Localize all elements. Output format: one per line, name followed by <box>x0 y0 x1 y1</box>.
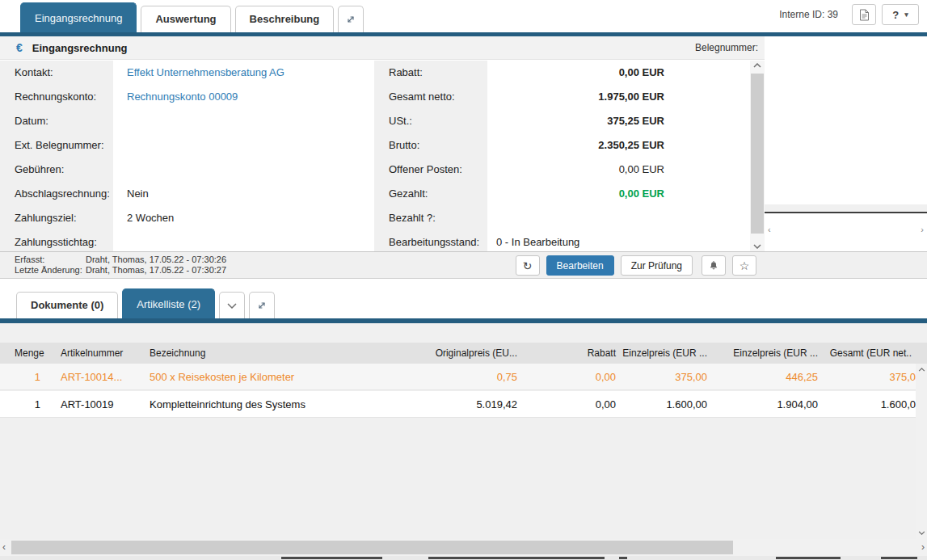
field-label: Ext. Belegnummer: <box>0 133 113 158</box>
lower-tab-bar: Dokumente (0) Artikelliste (2) <box>0 279 927 318</box>
field-label: Abschlagsrechnung: <box>0 182 113 206</box>
scrollbar-thumb[interactable] <box>751 74 764 234</box>
column-header-bezeichnung[interactable]: Bezeichnung <box>145 347 420 359</box>
form-values-right: 0,00 EUR 1.975,00 EUR 375,25 EUR 2.350,2… <box>487 61 750 255</box>
column-header-originalpreis[interactable]: Originalpreis (EU... <box>420 347 521 359</box>
bottom-horizontal-scrollbar[interactable]: ‹ › <box>0 539 927 556</box>
side-panel: ‹ › <box>765 36 927 251</box>
modified-value: Draht, Thomas, 17.05.22 - 07:30:27 <box>86 265 226 276</box>
tab-beschreibung[interactable]: Beschreibung <box>235 6 335 32</box>
form-vertical-scrollbar[interactable] <box>750 61 765 251</box>
column-header-artikelnummer[interactable]: Artikelnummer <box>50 347 145 359</box>
column-header-rabatt[interactable]: Rabatt <box>521 347 620 359</box>
expand-panel-button[interactable] <box>249 292 275 318</box>
side-panel-strip <box>765 204 927 212</box>
interne-id-label: Interne ID: 39 <box>779 9 838 20</box>
cell-originalpreis: 0,75 <box>420 371 521 383</box>
favorite-button[interactable]: ☆ <box>732 255 756 276</box>
section-header: € Eingangsrechnung Belegnummer: <box>0 36 765 60</box>
review-button[interactable]: Zur Prüfung <box>621 255 693 276</box>
document-button[interactable] <box>852 4 876 25</box>
ext-belegnummer-value <box>113 133 373 158</box>
scroll-up-arrow-icon[interactable] <box>916 368 927 372</box>
offener-posten-value: 0,00 EUR <box>487 158 750 182</box>
document-icon <box>859 9 870 21</box>
gesamt-netto-value: 1.975,00 EUR <box>487 85 750 109</box>
notification-button[interactable] <box>702 255 726 276</box>
record-actions: ↻ Bearbeiten Zur Prüfung ☆ <box>509 255 756 276</box>
form-labels-left: Kontakt: Rechnungskonto: Datum: Ext. Bel… <box>0 61 113 255</box>
modified-label: Letzte Änderung: <box>15 265 86 276</box>
invoice-form: Kontakt: Rechnungskonto: Datum: Ext. Bel… <box>0 61 750 251</box>
field-label: Gezahlt: <box>374 182 487 206</box>
record-meta: Erfasst: Draht, Thomas, 17.05.22 - 07:30… <box>15 255 226 276</box>
bezahlt-value <box>487 206 750 230</box>
rechnungskonto-link[interactable]: Rechnungskonto 00009 <box>113 85 373 109</box>
field-label: Gebühren: <box>0 158 113 182</box>
field-label: Bezahlt ?: <box>374 206 487 230</box>
zahlungsziel-value: 2 Wochen <box>113 206 373 230</box>
help-label: ? <box>892 9 899 21</box>
gezahlt-value: 0,00 EUR <box>487 182 750 206</box>
refresh-icon: ↻ <box>523 259 533 272</box>
scroll-right-arrow-icon[interactable]: › <box>921 225 924 234</box>
gebuehren-value <box>113 158 373 182</box>
cell-gesamt: 375,0 <box>822 371 916 383</box>
ust-value: 375,25 EUR <box>487 109 750 133</box>
cell-rabatt: 0,00 <box>521 371 620 383</box>
bell-icon <box>708 260 719 272</box>
edit-button[interactable]: Bearbeiten <box>546 255 614 276</box>
field-label: Kontakt: <box>0 61 113 85</box>
tab-eingangsrechnung[interactable]: Eingangsrechnung <box>20 2 137 32</box>
field-label: USt.: <box>374 109 487 133</box>
refresh-button[interactable]: ↻ <box>516 255 540 276</box>
tab-dokumente[interactable]: Dokumente (0) <box>16 292 118 318</box>
column-header-einzelpreis-2[interactable]: Einzelpreis (EUR ... <box>711 347 822 359</box>
abschlagsrechnung-value: Nein <box>113 182 373 206</box>
cell-gesamt: 1.600,0 <box>822 398 916 411</box>
scroll-right-arrow-icon[interactable]: › <box>921 541 925 553</box>
cell-einzelpreis-1: 1.600,00 <box>620 398 711 411</box>
more-tabs-button[interactable] <box>219 292 245 318</box>
cell-einzelpreis-2: 446,25 <box>711 371 822 383</box>
page-title: Eingangsrechnung <box>32 42 128 54</box>
field-label: Datum: <box>0 109 113 133</box>
field-label: Rechnungskonto: <box>0 85 113 109</box>
column-header-menge[interactable]: Menge <box>0 347 50 359</box>
scroll-down-arrow-icon[interactable] <box>750 244 765 249</box>
datum-value <box>113 109 373 133</box>
cell-originalpreis: 5.019,42 <box>420 398 521 411</box>
cell-artikelnummer: ART-10019 <box>50 398 145 411</box>
chevron-down-icon <box>227 303 237 309</box>
kontakt-link[interactable]: Effekt Unternehmensberatung AG <box>113 61 373 85</box>
expand-tabs-button[interactable] <box>338 6 364 32</box>
chevron-down-icon: ▾ <box>904 11 908 19</box>
column-header-gesamt[interactable]: Gesamt (EUR net.. <box>822 347 916 359</box>
field-label: Gesamt netto: <box>374 85 487 109</box>
cell-einzelpreis-2: 1.904,00 <box>711 398 822 411</box>
expand-icon <box>346 15 356 24</box>
expand-icon <box>257 301 267 310</box>
cell-artikelnummer: ART-10014... <box>50 371 145 383</box>
scrollbar-thumb[interactable] <box>11 541 733 554</box>
scroll-left-arrow-icon[interactable]: ‹ <box>768 225 771 234</box>
scroll-down-arrow-icon[interactable] <box>916 531 927 535</box>
table-row[interactable]: 1 ART-10019 Kompletteinrichtung des Syst… <box>0 391 916 418</box>
top-tab-bar: Eingangsrechnung Auswertung Beschreibung… <box>0 0 927 32</box>
field-label: Zahlungsziel: <box>0 206 113 230</box>
lower-tabs: Dokumente (0) Artikelliste (2) <box>16 288 279 318</box>
field-label: Offener Posten: <box>374 158 487 182</box>
column-header-einzelpreis-1[interactable]: Einzelpreis (EUR ... <box>620 347 711 359</box>
table-row[interactable]: 1 ART-10014... 500 x Reisekosten je Kilo… <box>0 364 916 390</box>
side-panel-border <box>765 212 927 213</box>
created-label: Erfasst: <box>15 255 86 265</box>
scroll-up-arrow-icon[interactable] <box>750 63 765 68</box>
help-dropdown-button[interactable]: ? ▾ <box>882 4 919 25</box>
field-label: Rabatt: <box>374 61 487 85</box>
window-controls: Interne ID: 39 ? ▾ <box>779 3 919 26</box>
tab-auswertung[interactable]: Auswertung <box>141 6 230 32</box>
created-value: Draht, Thomas, 17.05.22 - 07:30:26 <box>86 255 226 265</box>
scroll-left-arrow-icon[interactable]: ‹ <box>2 541 6 553</box>
table-vertical-scrollbar[interactable] <box>916 364 927 539</box>
tab-artikelliste[interactable]: Artikelliste (2) <box>122 288 215 318</box>
